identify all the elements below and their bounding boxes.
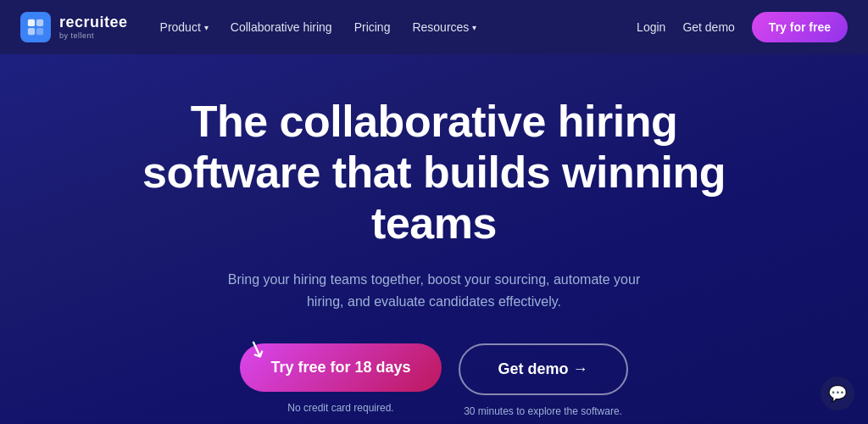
logo-name: recruitee bbox=[59, 14, 128, 31]
hero-title: The collaborative hiring software that b… bbox=[137, 97, 731, 248]
hero-buttons: ↙ Try free for 18 days No credit card re… bbox=[17, 343, 851, 417]
demo-cta-group: Get demo → 30 minutes to explore the sof… bbox=[459, 343, 628, 417]
chat-icon: 💬 bbox=[828, 384, 847, 403]
nav-links: Product ▾ Collaborative hiring Pricing R… bbox=[152, 14, 637, 41]
logo[interactable]: recruitee by tellent bbox=[20, 12, 128, 42]
logo-sub: by tellent bbox=[59, 31, 128, 40]
get-demo-link[interactable]: Get demo bbox=[682, 20, 734, 34]
logo-text: recruitee by tellent bbox=[59, 14, 128, 40]
nav-item-product[interactable]: Product ▾ bbox=[152, 14, 217, 41]
svg-rect-2 bbox=[28, 28, 35, 35]
nav-item-resources[interactable]: Resources ▾ bbox=[403, 14, 485, 41]
chat-widget[interactable]: 💬 bbox=[821, 377, 854, 410]
get-demo-button[interactable]: Get demo → bbox=[459, 343, 628, 395]
svg-rect-3 bbox=[36, 28, 43, 35]
hero-subtitle: Bring your hiring teams together, boost … bbox=[222, 269, 646, 312]
login-link[interactable]: Login bbox=[637, 20, 665, 34]
svg-rect-1 bbox=[36, 20, 43, 26]
try-cta-group: Try free for 18 days No credit card requ… bbox=[240, 343, 441, 414]
svg-rect-0 bbox=[28, 20, 35, 26]
try-free-button[interactable]: Try free for 18 days bbox=[240, 343, 441, 392]
nav-item-pricing[interactable]: Pricing bbox=[346, 14, 399, 41]
chevron-down-icon: ▾ bbox=[472, 23, 476, 32]
try-note: No credit card required. bbox=[287, 402, 393, 414]
chevron-down-icon: ▾ bbox=[204, 23, 209, 32]
hero-section: The collaborative hiring software that b… bbox=[0, 54, 868, 424]
demo-note: 30 minutes to explore the software. bbox=[464, 405, 622, 417]
nav-right: Login Get demo Try for free bbox=[637, 12, 848, 42]
logo-icon bbox=[20, 12, 51, 42]
navbar: recruitee by tellent Product ▾ Collabora… bbox=[0, 0, 868, 54]
try-for-free-button[interactable]: Try for free bbox=[752, 12, 848, 42]
nav-item-collaborative[interactable]: Collaborative hiring bbox=[222, 14, 341, 41]
